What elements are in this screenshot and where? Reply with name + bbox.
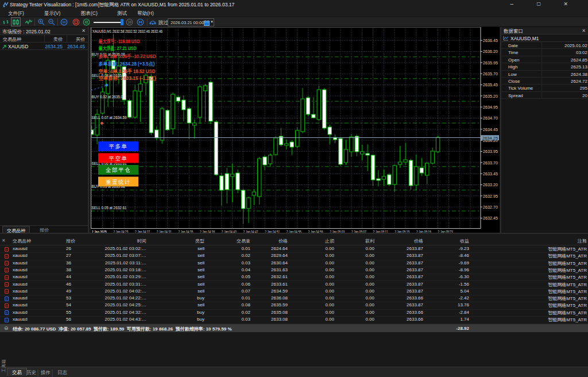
svg-text:BUY 0.02 at 2635.08: BUY 0.02 at 2635.08 — [91, 95, 125, 99]
svg-text:最大浮盈: 27.21 USD: 最大浮盈: 27.21 USD — [98, 45, 136, 51]
svg-text:2633.95: 2633.95 — [483, 149, 498, 154]
svg-text:2632.70: 2632.70 — [483, 205, 498, 210]
svg-text:2633.45: 2633.45 — [483, 171, 498, 176]
svg-text:最大浮亏: -119.88 USD: 最大浮亏: -119.88 USD — [98, 39, 140, 44]
svg-text:空单目标: 2633.15 (-1.2点): 空单目标: 2633.15 (-1.2点) — [98, 75, 156, 81]
svg-text:空单: 4单 0.36手 18.52 USD: 空单: 4单 0.36手 18.52 USD — [98, 68, 155, 74]
svg-text:全部平仓: 全部平仓 — [106, 167, 131, 173]
svg-text:SELL 0.05 at 2632.61: SELL 0.05 at 2632.61 — [91, 206, 126, 210]
svg-text:2634.95: 2634.95 — [483, 105, 498, 110]
svg-text:XAUUSD,M1 2632.58 2632.52 263: XAUUSD,M1 2632.58 2632.52 2632.46 2632.4… — [92, 29, 163, 34]
svg-text:多单: 3单 0.06手 -10.72 USD: 多单: 3单 0.06手 -10.72 USD — [98, 53, 156, 59]
svg-text:2633.20: 2633.20 — [483, 182, 498, 187]
svg-text:平空单: 平空单 — [109, 155, 127, 161]
svg-text:平多单: 平多单 — [109, 143, 127, 149]
svg-text:2635.45: 2635.45 — [483, 82, 498, 87]
svg-text:2634.25: 2634.25 — [482, 136, 498, 141]
svg-text:2635.20: 2635.20 — [483, 94, 498, 99]
svg-text:2633.70: 2633.70 — [483, 160, 498, 166]
svg-text:多单目标: 2634.28 (+3.5点): 多单目标: 2634.28 (+3.5点) — [98, 61, 154, 67]
svg-text:2632.95: 2632.95 — [483, 194, 498, 199]
svg-text:2632.45: 2632.45 — [483, 216, 498, 221]
svg-text:2634.70: 2634.70 — [483, 116, 498, 121]
svg-text:2635.70: 2635.70 — [483, 71, 498, 76]
svg-text:2636.45: 2636.45 — [483, 38, 498, 43]
svg-text:SELL 0.07 at 2634.59: SELL 0.07 at 2634.59 — [91, 116, 126, 120]
svg-text:2635.95: 2635.95 — [483, 60, 498, 66]
svg-text:重置统计: 重置统计 — [106, 179, 131, 185]
svg-text:2636.20: 2636.20 — [483, 49, 498, 54]
svg-text:2634.45: 2634.45 — [483, 127, 498, 132]
